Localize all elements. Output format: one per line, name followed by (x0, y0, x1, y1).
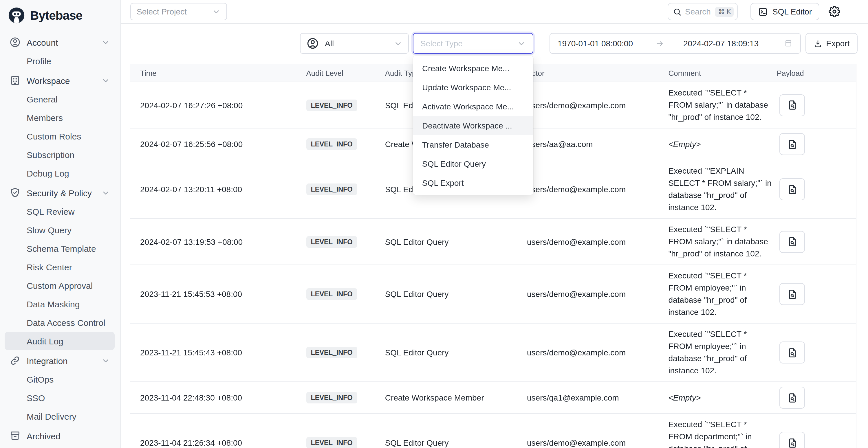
date-range-picker[interactable]: 1970-01-01 08:00:00 2024-02-07 18:09:13 (550, 33, 801, 54)
sidebar-item-label: Custom Roles (5, 131, 81, 141)
view-payload-button[interactable] (780, 432, 805, 448)
cell-actor: users/demo@example.com (527, 160, 668, 219)
main-area: Select Project Search ⌘ K SQL (121, 0, 868, 448)
audit-level-badge: LEVEL_INFO (306, 236, 357, 248)
sidebar-item-custom-roles[interactable]: Custom Roles (5, 127, 115, 145)
cell-time: 2024-02-07 13:20:11 +08:00 (130, 160, 306, 219)
type-option-sql-export[interactable]: SQL Export (413, 173, 533, 192)
cell-audit-type: SQL Editor Query (385, 414, 527, 448)
chevron-down-icon (101, 38, 110, 46)
audit-level-badge: LEVEL_INFO (306, 437, 357, 448)
topbar: Select Project Search ⌘ K SQL (121, 0, 868, 24)
search-placeholder: Search (685, 7, 712, 16)
chevron-down-icon (394, 39, 402, 48)
sidebar-item-risk-center[interactable]: Risk Center (5, 258, 115, 276)
topbar-right: Search ⌘ K SQL Editor DE (668, 3, 863, 20)
sidebar-item-label: Debug Log (5, 168, 69, 178)
brand-name: Bytebase (30, 8, 82, 22)
type-option-deactivate-workspace[interactable]: Deactivate Workspace ... (413, 116, 533, 135)
date-from-value[interactable]: 1970-01-01 08:00:00 (558, 39, 633, 48)
brand-logo[interactable]: Bytebase (0, 0, 120, 30)
cell-time: 2023-11-21 15:45:53 +08:00 (130, 265, 306, 323)
sql-editor-button[interactable]: SQL Editor (750, 3, 819, 20)
table-row: 2023-11-21 15:45:53 +08:00LEVEL_INFOSQL … (130, 265, 856, 323)
sidebar-item-account[interactable]: Account (5, 33, 115, 52)
file-search-icon (787, 347, 798, 358)
sidebar-group: Security & PolicySQL ReviewSlow QuerySch… (0, 184, 120, 350)
sidebar-group: Archived (0, 426, 120, 445)
type-filter-select[interactable]: Select Type (413, 33, 533, 54)
sidebar-item-label: Account (27, 37, 58, 47)
app-window: Bytebase AccountProfileWorkspaceGeneralM… (0, 0, 868, 448)
sidebar-item-custom-approval[interactable]: Custom Approval (5, 276, 115, 295)
type-option-transfer-database[interactable]: Transfer Database (413, 135, 533, 154)
cell-payload (777, 414, 856, 448)
sidebar-item-schema-template[interactable]: Schema Template (5, 239, 115, 258)
view-payload-button[interactable] (780, 133, 805, 155)
gear-icon[interactable] (829, 6, 840, 18)
cell-actor: users/demo@example.com (527, 414, 668, 448)
cell-comment: <Empty> (668, 128, 776, 160)
archive-icon (9, 430, 21, 442)
cell-audit-level: LEVEL_INFO (306, 414, 385, 448)
sidebar-item-data-masking[interactable]: Data Masking (5, 295, 115, 313)
view-payload-button[interactable] (780, 178, 805, 200)
table-row: 2023-11-04 22:48:30 +08:00LEVEL_INFOCrea… (130, 382, 856, 414)
sidebar-item-sql-review[interactable]: SQL Review (5, 202, 115, 221)
bytebase-logo-icon (7, 6, 26, 24)
sidebar-group: WorkspaceGeneralMembersCustom RolesSubsc… (0, 71, 120, 182)
sidebar-item-audit-log[interactable]: Audit Log (5, 332, 115, 350)
view-payload-button[interactable] (780, 387, 805, 409)
sidebar-item-label: Security & Policy (27, 188, 92, 198)
sidebar-item-label: Integration (27, 356, 68, 365)
type-option-create-workspace-me[interactable]: Create Workspace Me... (413, 59, 533, 77)
sidebar-item-label: Archived (27, 431, 61, 441)
sql-editor-label: SQL Editor (772, 7, 812, 16)
cell-audit-level: LEVEL_INFO (306, 219, 385, 265)
column-header-payload: Payload (777, 64, 856, 82)
type-option-activate-workspace-me[interactable]: Activate Workspace Me... (413, 97, 533, 116)
view-payload-button[interactable] (780, 342, 805, 363)
avatar[interactable]: DE (849, 4, 863, 19)
date-to-value[interactable]: 2024-02-07 18:09:13 (683, 39, 758, 48)
terminal-icon (758, 7, 768, 17)
sidebar-item-archived[interactable]: Archived (5, 426, 115, 445)
sidebar-item-workspace[interactable]: Workspace (5, 71, 115, 90)
actor-filter-value: All (325, 39, 388, 48)
sidebar-item-mail-delivery[interactable]: Mail Delivery (5, 407, 115, 425)
sidebar-item-debug-log[interactable]: Debug Log (5, 164, 115, 182)
sidebar-item-profile[interactable]: Profile (5, 52, 115, 70)
sidebar-item-label: Profile (5, 56, 51, 66)
sidebar-item-security-policy[interactable]: Security & Policy (5, 184, 115, 202)
actor-filter-select[interactable]: All (300, 33, 409, 54)
sidebar-item-general[interactable]: General (5, 90, 115, 108)
sidebar-item-sso[interactable]: SSO (5, 388, 115, 407)
sidebar-item-label: Mail Delivery (5, 411, 76, 421)
type-option-update-workspace-me[interactable]: Update Workspace Me... (413, 77, 533, 97)
sidebar-item-subscription[interactable]: Subscription (5, 145, 115, 164)
type-option-sql-editor-query[interactable]: SQL Editor Query (413, 154, 533, 173)
cell-time: 2023-11-04 21:26:34 +08:00 (130, 414, 306, 448)
view-payload-button[interactable] (780, 231, 805, 253)
export-button[interactable]: Export (805, 33, 858, 54)
sidebar-item-members[interactable]: Members (5, 108, 115, 127)
table-row: 2023-11-04 21:26:34 +08:00LEVEL_INFOSQL … (130, 414, 856, 448)
search-input[interactable]: Search ⌘ K (668, 3, 738, 20)
view-payload-button[interactable] (780, 283, 805, 305)
column-header-audit-level: Audit Level (306, 64, 385, 82)
sidebar-item-integration[interactable]: Integration (5, 351, 115, 370)
sidebar-nav: AccountProfileWorkspaceGeneralMembersCus… (0, 30, 120, 445)
type-filter-placeholder: Select Type (421, 39, 463, 48)
file-search-icon (787, 184, 798, 195)
view-payload-button[interactable] (780, 94, 805, 116)
file-search-icon (787, 236, 798, 247)
person-circle-icon (9, 36, 21, 48)
sidebar-item-gitops[interactable]: GitOps (5, 370, 115, 388)
sidebar-item-label: Schema Template (5, 244, 96, 253)
sidebar-item-label: Workspace (27, 75, 70, 85)
project-select[interactable]: Select Project (130, 3, 227, 20)
sidebar-item-data-access-control[interactable]: Data Access Control (5, 313, 115, 332)
sidebar-item-slow-query[interactable]: Slow Query (5, 221, 115, 239)
sidebar: Bytebase AccountProfileWorkspaceGeneralM… (0, 0, 121, 448)
arrow-right-icon (655, 39, 664, 48)
